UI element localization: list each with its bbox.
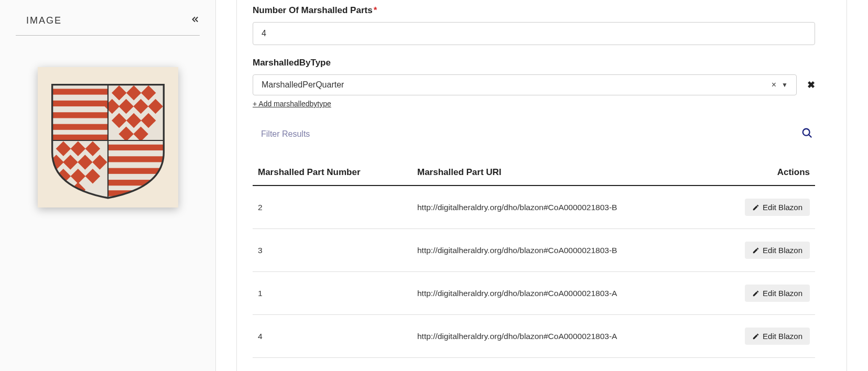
edit-blazon-button[interactable]: Edit Blazon [745, 328, 810, 345]
pencil-icon [752, 204, 760, 211]
cell-actions: Edit Blazon [709, 315, 815, 358]
heraldic-shield-image [49, 82, 167, 199]
sidebar-title: IMAGE [16, 15, 62, 26]
cell-actions: Edit Blazon [709, 272, 815, 315]
spacer [216, 0, 237, 371]
pencil-icon [752, 290, 760, 297]
collapse-icon[interactable] [190, 15, 200, 27]
svg-rect-36 [108, 180, 164, 186]
parts-label: Number Of Marshalled Parts* [253, 5, 815, 16]
parts-label-text: Number Of Marshalled Parts [253, 5, 373, 15]
col-actions: Actions [709, 160, 815, 186]
sidebar-header: IMAGE [16, 10, 200, 36]
marshalled-parts-table: Marshalled Part Number Marshalled Part U… [253, 160, 815, 358]
type-select[interactable]: MarshalledPerQuarter × ▼ [253, 74, 797, 95]
chevron-down-icon[interactable]: ▼ [782, 81, 788, 89]
cell-part-uri: http://digitalheraldry.org/dho/blazon#Co… [412, 186, 709, 229]
table-row: 2http://digitalheraldry.org/dho/blazon#C… [253, 186, 815, 229]
cell-actions: Edit Blazon [709, 229, 815, 272]
cell-part-number: 2 [253, 186, 412, 229]
svg-rect-2 [52, 89, 107, 94]
edit-blazon-label: Edit Blazon [763, 246, 802, 255]
svg-rect-6 [52, 135, 107, 140]
image-preview[interactable] [38, 67, 178, 208]
main-content: Number Of Marshalled Parts* MarshalledBy… [237, 0, 847, 371]
edit-blazon-button[interactable]: Edit Blazon [745, 199, 810, 216]
cell-part-number: 3 [253, 229, 412, 272]
edit-blazon-label: Edit Blazon [763, 332, 802, 341]
cell-part-uri: http://digitalheraldry.org/dho/blazon#Co… [412, 272, 709, 315]
cell-part-number: 1 [253, 272, 412, 315]
pencil-icon [752, 333, 760, 340]
remove-item-icon[interactable]: ✖ [807, 79, 815, 91]
svg-rect-5 [52, 124, 107, 130]
svg-rect-35 [108, 168, 164, 174]
svg-rect-34 [108, 156, 164, 162]
svg-point-40 [803, 129, 810, 136]
cell-part-number: 4 [253, 315, 412, 358]
col-part-number[interactable]: Marshalled Part Number [253, 160, 412, 186]
svg-rect-3 [52, 101, 107, 106]
svg-line-41 [809, 135, 812, 138]
col-part-uri[interactable]: Marshalled Part URI [412, 160, 709, 186]
pencil-icon [752, 247, 760, 254]
required-asterisk: * [374, 5, 377, 15]
search-icon[interactable] [801, 127, 813, 141]
cell-part-uri: http://digitalheraldry.org/dho/blazon#Co… [412, 229, 709, 272]
cell-part-uri: http://digitalheraldry.org/dho/blazon#Co… [412, 315, 709, 358]
table-row: 1http://digitalheraldry.org/dho/blazon#C… [253, 272, 815, 315]
svg-rect-4 [52, 112, 107, 118]
sidebar: IMAGE [0, 0, 216, 371]
edit-blazon-label: Edit Blazon [763, 289, 802, 298]
clear-icon[interactable]: × [772, 80, 776, 90]
filter-results-input[interactable]: Filter Results [261, 129, 310, 139]
edit-blazon-label: Edit Blazon [763, 203, 802, 212]
svg-rect-33 [108, 145, 164, 150]
edit-blazon-button[interactable]: Edit Blazon [745, 285, 810, 302]
type-select-value: MarshalledPerQuarter [262, 80, 772, 90]
cell-actions: Edit Blazon [709, 186, 815, 229]
add-marshalledbytype-link[interactable]: + Add marshalledbytype [253, 100, 331, 108]
table-row: 3http://digitalheraldry.org/dho/blazon#C… [253, 229, 815, 272]
edit-blazon-button[interactable]: Edit Blazon [745, 242, 810, 259]
type-label: MarshalledByType [253, 58, 815, 68]
parts-input[interactable] [253, 22, 815, 45]
table-row: 4http://digitalheraldry.org/dho/blazon#C… [253, 315, 815, 358]
